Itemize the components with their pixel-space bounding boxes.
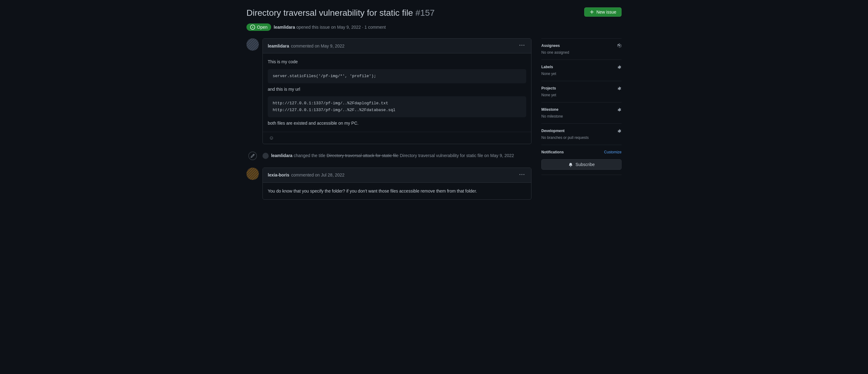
comment-header-1: leamlidara commented on May 9, 2022 [263, 38, 531, 53]
comment-body-2: You do know that you specify the folder?… [263, 183, 531, 199]
bell-icon [568, 162, 573, 167]
comment-item-2: lexia-boris commented on Jul 28, 2022 Yo… [246, 168, 531, 200]
issue-meta: Open leamlidara opened this issue on May… [246, 24, 622, 31]
comment-header-left-1: leamlidara commented on May 9, 2022 [268, 44, 345, 49]
sidebar-development: Development No branches or pull requests [541, 124, 622, 145]
comment-body-1: This is my code server.staticFiles('/pf-… [263, 53, 531, 132]
comment-box-1: leamlidara commented on May 9, 2022 This… [262, 38, 531, 144]
comment-intro-1: This is my code [268, 58, 526, 65]
event-action: changed the title [293, 153, 327, 158]
new-issue-label: New issue [596, 9, 616, 15]
code-block-urls: http://127.0.0.1:1337/pf-img/..%2Fdaplog… [268, 96, 526, 117]
issue-title-text: Directory traversal vulnerability for st… [246, 8, 413, 18]
title-change-event: leamlidara changed the title Directory t… [246, 149, 531, 163]
open-icon [250, 25, 255, 30]
projects-label: Projects [541, 86, 556, 90]
issue-title: Directory traversal vulnerability for st… [246, 7, 579, 19]
development-value: No branches or pull requests [541, 136, 622, 140]
gear-icon-development [617, 129, 622, 133]
assignees-title[interactable]: Assignees [541, 44, 622, 48]
event-author[interactable]: leamlidara [271, 153, 292, 158]
main-layout: leamlidara commented on May 9, 2022 This… [246, 38, 622, 205]
new-title: Directory traversal vulnerability for st… [400, 153, 483, 158]
sidebar-notifications: Notifications Customize Subscribe [541, 145, 622, 175]
development-title[interactable]: Development [541, 129, 622, 133]
subscribe-button[interactable]: Subscribe [541, 159, 622, 170]
comment-body-text-2: You do know that you specify the folder?… [268, 188, 526, 194]
comment-box-2: lexia-boris commented on Jul 28, 2022 Yo… [262, 168, 531, 200]
byline-action: opened this issue on [296, 25, 336, 30]
avatar-boris-1 [246, 168, 259, 180]
comment-body-text-1: both files are existed and accessible on… [268, 120, 526, 126]
assignees-value: No one assigned [541, 50, 622, 55]
labels-title[interactable]: Labels [541, 65, 622, 69]
emoji-button-1[interactable]: ☺ [268, 135, 275, 141]
avatar-leamlidara-1 [246, 38, 259, 51]
url-line-2: http://127.0.0.1:1337/pf-img/..%2F..%2Fd… [273, 107, 521, 114]
comment-url-intro-1: and this is my url [268, 86, 526, 93]
status-label: Open [257, 25, 268, 30]
gear-icon-assignees [617, 44, 622, 48]
comment-more-button-1[interactable] [518, 42, 526, 50]
subscribe-label: Subscribe [576, 162, 595, 167]
comment-date-1: commented on May 9, 2022 [291, 44, 345, 49]
old-title: Directory traversal attack for static fi… [327, 153, 399, 158]
milestone-value: No milestone [541, 114, 622, 118]
issue-number: #157 [415, 8, 435, 18]
projects-title[interactable]: Projects [541, 86, 622, 90]
byline-comment-count: 1 comment [364, 25, 385, 30]
milestone-label: Milestone [541, 107, 558, 112]
code-block-1: server.staticFiles('/pf-img/*', 'profile… [268, 69, 526, 83]
gear-icon-milestone [617, 107, 622, 112]
customize-link[interactable]: Customize [604, 150, 622, 154]
url-line-1: http://127.0.0.1:1337/pf-img/..%2Fdaplog… [273, 100, 521, 107]
projects-value: None yet [541, 93, 622, 97]
comment-author-2[interactable]: lexia-boris [268, 172, 289, 177]
title-event-text: leamlidara changed the title Directory t… [262, 151, 531, 159]
pencil-icon-wrapper [248, 151, 257, 160]
comment-footer-1: ☺ [263, 132, 531, 144]
sidebar-projects: Projects None yet [541, 81, 622, 103]
comment-date-2: commented on Jul 28, 2022 [291, 172, 345, 177]
page-container: Directory traversal vulnerability for st… [237, 0, 631, 212]
notifications-title: Notifications [541, 150, 564, 154]
comment-header-left-2: lexia-boris commented on Jul 28, 2022 [268, 172, 345, 177]
pencil-icon [250, 154, 255, 158]
status-badge: Open [246, 24, 271, 31]
byline-separator: · [362, 25, 363, 30]
comment-more-button-2[interactable] [518, 171, 526, 179]
main-content: leamlidara commented on May 9, 2022 This… [246, 38, 531, 205]
sidebar-milestone: Milestone No milestone [541, 103, 622, 124]
event-avatar [262, 153, 269, 159]
comment-header-2: lexia-boris commented on Jul 28, 2022 [263, 168, 531, 183]
assignees-label: Assignees [541, 44, 560, 48]
plus-icon [589, 9, 594, 15]
labels-label: Labels [541, 65, 553, 69]
more-icon-2 [520, 172, 524, 177]
sidebar-labels: Labels None yet [541, 60, 622, 81]
code-line-1: server.staticFiles('/pf-img/*', 'profile… [273, 73, 521, 80]
gear-icon-labels [617, 65, 622, 69]
byline-author[interactable]: leamlidara [274, 25, 295, 30]
comment-author-1[interactable]: leamlidara [268, 44, 289, 49]
development-label: Development [541, 129, 564, 133]
issue-byline: leamlidara opened this issue on May 9, 2… [274, 25, 385, 30]
issue-header: Directory traversal vulnerability for st… [246, 7, 622, 19]
milestone-title[interactable]: Milestone [541, 107, 622, 112]
comment-item-1: leamlidara commented on May 9, 2022 This… [246, 38, 531, 144]
labels-value: None yet [541, 71, 622, 76]
sidebar-assignees: Assignees No one assigned [541, 38, 622, 60]
notifications-header: Notifications Customize [541, 150, 622, 154]
gear-icon-projects [617, 86, 622, 90]
more-icon-1 [520, 43, 524, 48]
byline-date: May 9, 2022 [337, 25, 361, 30]
sidebar: Assignees No one assigned Labels None ye… [541, 38, 622, 175]
event-connector [246, 151, 259, 160]
new-issue-button[interactable]: New issue [584, 7, 622, 17]
event-date-text: on May 9, 2022 [484, 153, 514, 158]
